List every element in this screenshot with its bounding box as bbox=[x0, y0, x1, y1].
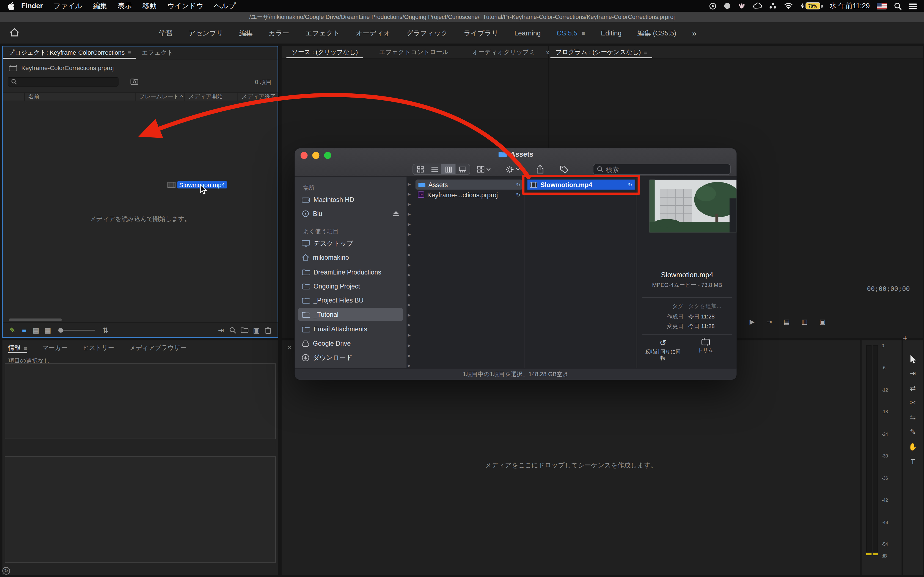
export-frame-icon[interactable]: ▣ bbox=[819, 318, 825, 326]
list-view-icon[interactable]: ≡ bbox=[18, 326, 30, 334]
find-icon[interactable] bbox=[227, 326, 239, 334]
freeform-view-icon[interactable]: ▦ bbox=[42, 326, 53, 334]
delete-icon[interactable] bbox=[262, 326, 274, 334]
column-name[interactable]: 名前 bbox=[24, 93, 135, 101]
menu-help[interactable]: ヘルプ bbox=[209, 1, 241, 11]
slip-tool-icon[interactable]: ⇋ bbox=[903, 413, 923, 421]
tab-effect-controls[interactable]: エフェクトコントロール bbox=[374, 46, 454, 58]
sort-menu-icon[interactable]: ⇅ bbox=[100, 326, 111, 334]
info-panel-menu-icon[interactable]: ≡ bbox=[24, 345, 27, 351]
group-by-button[interactable] bbox=[477, 164, 491, 175]
parent-column-strip[interactable]: ▶ ▶▶▶▶▶▶▶▶▶▶▶▶▶▶▶▶▶▶ bbox=[407, 177, 414, 368]
tab-project[interactable]: プロジェクト: Keyframe-ColorCorrections≡ bbox=[3, 47, 136, 59]
project-search-field[interactable] bbox=[8, 77, 118, 87]
cloud-sync-icon[interactable] bbox=[752, 2, 761, 10]
menubar-app-name[interactable]: Finder bbox=[16, 2, 48, 10]
battery-indicator[interactable]: 70% bbox=[800, 2, 822, 10]
view-mode-segment[interactable] bbox=[412, 164, 470, 175]
sidebar-item-macintosh-hd[interactable]: Macintosh HD bbox=[298, 193, 403, 206]
finder-search-field[interactable] bbox=[593, 164, 731, 175]
workspace-tab-color[interactable]: カラー bbox=[269, 29, 289, 37]
play-icon[interactable]: ▶ bbox=[750, 318, 754, 326]
razor-tool-icon[interactable]: ✂ bbox=[903, 399, 923, 407]
hand-tool-icon[interactable]: ✋ bbox=[903, 443, 923, 451]
action-menu-button[interactable] bbox=[506, 164, 520, 175]
menubar-clock[interactable]: 水 午前11:29 bbox=[829, 1, 870, 11]
editable-pencil-icon[interactable]: ✎ bbox=[6, 326, 18, 334]
finder-window[interactable]: Assets 場所 Macintosh HD bbox=[294, 148, 737, 380]
column-media-end[interactable]: メディア終了 bbox=[237, 93, 278, 101]
project-search-input[interactable] bbox=[20, 79, 115, 85]
new-bin-icon[interactable] bbox=[239, 327, 250, 333]
home-icon[interactable] bbox=[9, 28, 19, 37]
new-item-icon[interactable]: ▣ bbox=[250, 326, 262, 334]
workspace-tab-edit[interactable]: 編集 bbox=[239, 29, 253, 37]
tab-info[interactable]: 情報≡ bbox=[8, 343, 27, 353]
column-view-button[interactable] bbox=[441, 164, 456, 174]
selection-tool-icon[interactable] bbox=[903, 355, 923, 364]
input-source-flag-icon[interactable] bbox=[877, 3, 887, 9]
fan-status-icon[interactable] bbox=[769, 2, 776, 10]
program-panel-menu-icon[interactable]: ≡ bbox=[644, 49, 647, 55]
automate-to-sequence-icon[interactable]: ⇥ bbox=[215, 326, 227, 334]
column-media-start[interactable]: メディア開始 bbox=[184, 93, 237, 101]
share-button[interactable] bbox=[536, 163, 544, 175]
rotate-ccw-button[interactable]: ↺ 反時計回りに回転 bbox=[645, 338, 681, 362]
sidebar-item-blu[interactable]: Blu bbox=[298, 207, 403, 220]
menu-view[interactable]: 表示 bbox=[113, 1, 137, 11]
icon-view-icon[interactable]: ▤ bbox=[30, 326, 42, 334]
file-row-prproj[interactable]: Pr Keyframe-...ctions.prproj ↻ bbox=[415, 190, 523, 200]
trim-button[interactable]: トリム bbox=[687, 338, 724, 354]
workspace-tab-audio[interactable]: オーディオ bbox=[356, 29, 391, 37]
workspace-tab-effects[interactable]: エフェクト bbox=[305, 29, 340, 37]
tags-placeholder[interactable]: タグを追加... bbox=[688, 301, 721, 311]
project-file-name[interactable]: Keyframe-ColorCorrections.prproj bbox=[21, 64, 113, 71]
apple-menu-icon[interactable] bbox=[7, 2, 15, 10]
tab-markers[interactable]: マーカー bbox=[42, 344, 67, 352]
workspace-overflow-icon[interactable]: » bbox=[692, 29, 696, 37]
workspace-tab-learning-jp[interactable]: 学習 bbox=[159, 29, 173, 37]
control-center-icon[interactable] bbox=[909, 3, 917, 9]
zoom-slider[interactable] bbox=[58, 329, 95, 330]
finder-titlebar[interactable]: Assets bbox=[294, 148, 737, 177]
workspace-menu-icon[interactable]: ≡ bbox=[582, 30, 585, 36]
horizontal-scrollbar[interactable] bbox=[9, 318, 62, 321]
workspace-tab-cs55[interactable]: CS 5.5 bbox=[557, 29, 577, 37]
sidebar-item-tutorial[interactable]: _Tutorial bbox=[298, 308, 403, 321]
screen-record-icon[interactable] bbox=[709, 2, 716, 10]
gallery-view-button[interactable] bbox=[456, 164, 469, 174]
tab-audio-clip-mixer[interactable]: オーディオクリップミ bbox=[467, 46, 541, 58]
tab-history[interactable]: ヒストリー bbox=[83, 344, 115, 352]
workspace-tab-learning-en[interactable]: Learning bbox=[514, 29, 541, 37]
menu-file[interactable]: ファイル bbox=[48, 1, 88, 11]
panel-menu-icon[interactable]: ≡ bbox=[128, 50, 131, 56]
finder-search-input[interactable] bbox=[606, 166, 727, 173]
extract-icon[interactable]: ▥ bbox=[801, 318, 808, 326]
moon-status-icon[interactable] bbox=[723, 2, 730, 10]
spotlight-icon[interactable] bbox=[894, 2, 902, 10]
ripple-edit-tool-icon[interactable]: ⇄ bbox=[903, 384, 923, 392]
icon-view-button[interactable] bbox=[413, 164, 427, 174]
tab-source[interactable]: ソース : (クリップなし) bbox=[286, 46, 363, 58]
step-forward-icon[interactable]: ⇥ bbox=[766, 318, 772, 326]
panel-close-icon[interactable]: × bbox=[288, 344, 291, 351]
sidebar-item-project-files-bu[interactable]: _Project Files BU bbox=[298, 294, 403, 307]
menu-window[interactable]: ウインドウ bbox=[162, 1, 209, 11]
bin-search-icon[interactable] bbox=[130, 78, 139, 85]
workspace-tab-graphics[interactable]: グラフィック bbox=[406, 29, 448, 37]
eject-icon[interactable] bbox=[393, 211, 400, 216]
sidebar-item-desktop[interactable]: デスクトップ bbox=[298, 237, 403, 250]
sync-status-icon[interactable]: ↻ bbox=[2, 567, 10, 575]
menu-go[interactable]: 移動 bbox=[137, 1, 162, 11]
sidebar-item-email-attachments[interactable]: Email Attachments bbox=[298, 322, 403, 335]
sidebar-item-ongoing[interactable]: Ongoing Project bbox=[298, 280, 403, 293]
tab-media-browser[interactable]: メディアブラウザー bbox=[129, 344, 186, 352]
type-tool-icon[interactable]: T bbox=[903, 458, 923, 466]
tab-program[interactable]: プログラム : (シーケンスなし)≡ bbox=[550, 46, 652, 58]
pen-tool-icon[interactable]: ✎ bbox=[903, 428, 923, 436]
workspace-tab-library[interactable]: ライブラリ bbox=[464, 29, 498, 37]
sidebar-item-dreamline[interactable]: DreamLine Productions bbox=[298, 266, 403, 278]
workspace-tab-assembly[interactable]: アセンブリ bbox=[189, 29, 223, 37]
paw-status-icon[interactable] bbox=[738, 2, 745, 10]
workspace-tab-editing[interactable]: Editing bbox=[601, 29, 622, 37]
